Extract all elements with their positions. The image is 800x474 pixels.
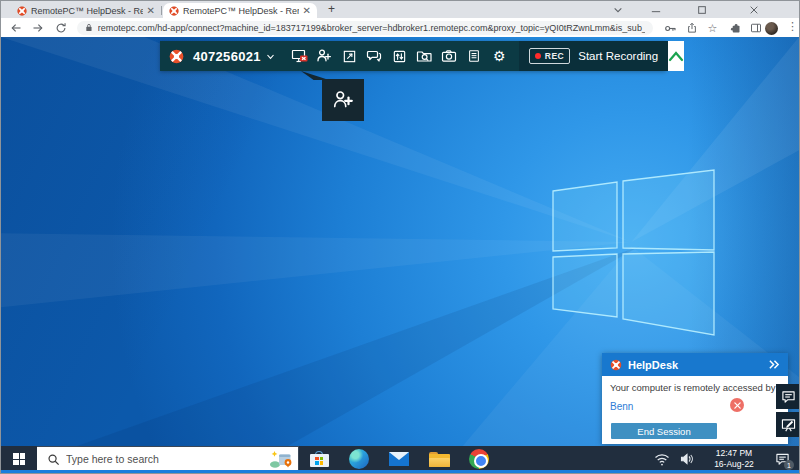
screenshot-button[interactable] (437, 41, 462, 71)
remote-desktop-view: 407256021 ⚙ REC Start Recording (1, 37, 799, 473)
browser-tab-1[interactable]: RemotePC™ HelpDesk - Remote ✕ (11, 3, 161, 18)
record-dot-icon (535, 53, 541, 59)
side-panel-icon[interactable] (748, 21, 763, 35)
helpdesk-body: Your computer is remotely accessed by Be… (602, 376, 788, 444)
remotepc-logo (169, 49, 184, 64)
windows-start-icon (13, 453, 25, 465)
taskbar-explorer-button[interactable] (419, 446, 459, 472)
url-text: remotepc.com/hd-app/connect?machine_id=1… (98, 23, 645, 33)
tab-title: RemotePC™ HelpDesk - Remote (31, 6, 143, 16)
extensions-puzzle-icon[interactable] (727, 21, 742, 35)
tab-separator (161, 6, 162, 15)
back-icon[interactable] (9, 21, 23, 35)
mail-icon (389, 452, 409, 466)
session-id: 407256021 (193, 49, 261, 64)
browser-menu-icon[interactable]: ⋮ (787, 20, 798, 33)
chevron-down-icon (266, 52, 275, 61)
tab-search-chevron-icon[interactable] (601, 1, 635, 18)
search-input[interactable] (66, 453, 270, 465)
remotepc-favicon (17, 6, 27, 16)
file-explorer-icon (429, 452, 450, 467)
browser-tab-2-active[interactable]: RemotePC™ HelpDesk - Remote ✕ (163, 3, 317, 18)
add-user-flyout[interactable] (322, 79, 364, 121)
annotation-button[interactable] (776, 412, 799, 437)
taskbar-chrome-button[interactable] (459, 446, 499, 472)
minimize-button[interactable] (639, 1, 673, 18)
remotepc-favicon (169, 6, 179, 16)
maximize-button[interactable] (685, 1, 719, 18)
search-icon (47, 453, 60, 466)
add-user-button[interactable] (312, 41, 337, 71)
remote-access-message: Your computer is remotely accessed by (610, 382, 782, 393)
session-notes-button[interactable] (462, 41, 487, 71)
address-bar-input[interactable]: remotepc.com/hd-app/connect?machine_id=1… (77, 21, 653, 35)
system-tray: 12:47 PM 16-Aug-22 1 (649, 446, 799, 472)
taskbar-store-button[interactable] (299, 446, 339, 472)
window-bottom-accent (1, 470, 799, 473)
whiteboard-pen-icon (781, 418, 796, 432)
windows-logo (551, 164, 717, 338)
recording-zone[interactable]: REC Start Recording (519, 41, 668, 71)
fullscreen-button[interactable] (337, 41, 362, 71)
lock-icon (85, 22, 93, 33)
share-icon[interactable] (684, 21, 699, 35)
dismiss-close-icon[interactable] (730, 398, 744, 412)
taskbar-edge-button[interactable] (339, 446, 379, 472)
browser-window: RemotePC™ HelpDesk - Remote ✕ RemotePC™ … (0, 0, 800, 474)
disable-remote-screen-button[interactable] (287, 41, 312, 71)
settings-gear-icon[interactable]: ⚙ (487, 41, 512, 71)
tab-close-icon[interactable]: ✕ (147, 6, 155, 16)
switch-screen-button[interactable] (387, 41, 412, 71)
bookmark-star-icon[interactable]: ☆ (705, 21, 720, 35)
session-toolbar: 407256021 ⚙ REC Start Recording (160, 41, 666, 71)
helpdesk-title: HelpDesk (628, 359, 762, 371)
tab-close-icon[interactable]: ✕ (303, 6, 311, 16)
end-session-button[interactable]: End Session (611, 423, 717, 439)
password-key-icon[interactable] (663, 21, 678, 35)
file-transfer-button[interactable] (412, 41, 437, 71)
microsoft-store-icon (310, 451, 329, 467)
clock-date: 16-Aug-22 (703, 459, 765, 470)
helpdesk-logo (610, 359, 622, 371)
refresh-icon[interactable] (54, 21, 68, 35)
chrome-icon (469, 449, 489, 469)
new-tab-button[interactable]: + (324, 2, 339, 17)
taskbar-search-box[interactable] (37, 446, 299, 472)
chevron-up-icon (668, 50, 684, 62)
windows-taskbar: 12:47 PM 16-Aug-22 1 (1, 446, 799, 472)
news-interests-icon[interactable] (270, 450, 294, 468)
notification-count-badge: 1 (784, 460, 794, 470)
technician-name-link[interactable]: Benn (610, 401, 633, 412)
chat-button[interactable] (362, 41, 387, 71)
clock-time: 12:47 PM (703, 448, 765, 459)
tab-title: RemotePC™ HelpDesk - Remote (183, 6, 299, 16)
session-id-dropdown[interactable]: 407256021 (193, 49, 275, 64)
add-user-icon (332, 89, 354, 111)
tab-strip: RemotePC™ HelpDesk - Remote ✕ RemotePC™ … (1, 1, 799, 18)
edge-icon (349, 449, 369, 469)
close-window-button[interactable] (737, 1, 771, 18)
forward-icon[interactable] (31, 21, 45, 35)
profile-avatar[interactable] (765, 22, 778, 35)
taskbar-clock[interactable]: 12:47 PM 16-Aug-22 (703, 448, 765, 470)
start-button[interactable] (1, 446, 37, 472)
helpdesk-widget: HelpDesk Your computer is remotely acces… (602, 353, 788, 444)
taskbar-mail-button[interactable] (379, 446, 419, 472)
browser-address-bar: remotepc.com/hd-app/connect?machine_id=1… (1, 18, 799, 37)
wifi-icon[interactable] (654, 453, 670, 466)
start-recording-label: Start Recording (578, 50, 658, 62)
chat-bubble-icon (781, 390, 796, 404)
rec-badge: REC (529, 48, 570, 64)
volume-icon[interactable] (680, 453, 694, 465)
collapse-panel-chevrons-icon[interactable] (768, 359, 780, 370)
chat-panel-button[interactable] (776, 384, 799, 409)
helpdesk-header: HelpDesk (602, 353, 788, 376)
collapse-toolbar-button[interactable] (668, 41, 684, 71)
action-center-button[interactable]: 1 (769, 446, 795, 472)
